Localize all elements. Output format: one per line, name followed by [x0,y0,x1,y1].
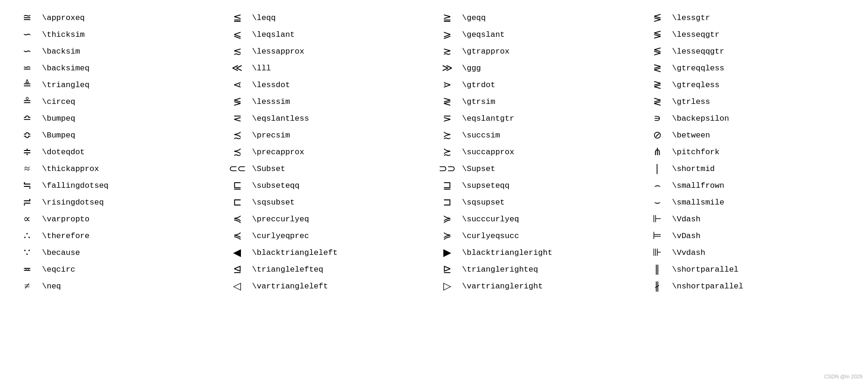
latex-command: \fallingdotseq [42,181,109,190]
latex-command: \succcurlyeq [462,215,519,224]
latex-command: \circeq [42,97,75,106]
math-symbol: ⊘ [648,129,667,141]
column-3: ≶\lessgtr≶\lesseqgtr≶\lesseqqgtr≷\gtreqq… [644,9,854,294]
math-symbol: ≫ [438,62,456,74]
latex-command: \gtrless [672,97,710,106]
latex-command: \eqslantgtr [462,114,514,123]
latex-command: \Subset [252,164,285,173]
latex-command: \gtrapprox [462,47,510,56]
latex-command: \backsimeq [42,64,90,73]
table-row: ∴\therefore [14,227,224,244]
math-symbol: ⋔ [648,146,667,158]
table-row: ≠\neq [14,278,224,294]
table-row: ≷\gtrless [644,93,854,110]
latex-command: \blacktriangleright [462,248,552,257]
latex-command: \leqslant [252,30,295,39]
latex-command: \smallfrown [672,181,724,190]
math-symbol: ⊂⊂ [228,163,247,175]
table-row: ⌣\smallsmile [644,194,854,211]
latex-command: \doteqdot [42,148,85,157]
table-row: ⋍\backsimeq [14,60,224,76]
latex-command: \therefore [42,232,90,240]
table-row: ∝\varpropto [14,211,224,227]
table-row: ▷\vartriangleright [434,278,644,294]
table-row: ⋝\eqslantgtr [434,110,644,127]
table-row: ≲\lessapprox [224,43,434,60]
math-symbol: ≑ [18,146,36,158]
math-symbol: ≷ [438,96,456,108]
math-symbol: ▷ [438,280,456,292]
table-row: ⩽\leqslant [224,26,434,43]
table-row: ≿\succapprox [434,144,644,160]
math-symbol: ≶ [648,12,667,24]
math-symbol: ⊪ [648,246,667,259]
latex-command: \vartriangleleft [252,282,328,291]
column-2: ≧\geqq⩾\geqslant≳\gtrapprox≫\ggg⋗\gtrdot… [434,9,644,294]
math-symbol: ≳ [438,45,456,57]
latex-command: \geqq [462,14,486,22]
latex-command: \lll [252,64,271,73]
table-row: ⊵\trianglerighteq [434,261,644,278]
latex-command: \precsim [252,131,290,140]
math-symbol: ⩾ [438,28,456,41]
table-row: ∣\shortmid [644,160,854,177]
math-symbol: ≶ [648,28,667,41]
math-symbol: ≲ [228,45,247,57]
math-symbol: ▶ [438,246,456,259]
math-symbol: ≎ [18,129,36,141]
latex-command: \preccurlyeq [252,215,309,224]
latex-command: \shortmid [672,164,715,173]
math-symbol: ≽ [438,230,456,242]
math-symbol: ≦ [228,12,247,24]
table-row: ⋖\lessdot [224,76,434,93]
latex-command: \lesseqqgtr [672,47,724,56]
latex-command: \backepsilon [672,114,729,123]
table-row: ≏\bumpeq [14,110,224,127]
latex-command: \lessgtr [672,14,710,22]
latex-command: \vDash [672,232,701,240]
latex-command: \lesssim [252,97,290,106]
math-symbol: ≷ [648,62,667,74]
math-symbol: ◀ [228,246,247,259]
math-symbol: ≶ [228,96,247,108]
table-row: ⊑\subseteqq [224,177,434,194]
math-symbol: ∵ [18,246,36,259]
latex-command: \curlyeqsucc [462,232,519,240]
math-symbol: ⊒ [438,179,456,192]
latex-command: \sqsubset [252,198,295,207]
table-row: ≷\gtreqqless [644,60,854,76]
table-row: ⋜\eqslantless [224,110,434,127]
math-symbol: ⋖ [228,79,247,91]
latex-command: \approxeq [42,14,85,22]
latex-command: \risingdotseq [42,198,104,207]
latex-command: \Vvdash [672,248,705,257]
latex-command: \gtrsim [462,97,495,106]
math-symbol: ◁ [228,280,247,292]
math-symbol: ⊏ [228,196,247,208]
table-row: ≖\eqcirc [14,261,224,278]
table-row: ≼\curlyeqprec [224,227,434,244]
math-symbol: ≿ [438,146,456,158]
math-symbol: ≏ [18,112,36,124]
table-row: ≶\lesssim [224,93,434,110]
table-row: ≪\lll [224,60,434,76]
math-symbol: ≽ [438,213,456,225]
table-row: ≶\lesseqgtr [644,26,854,43]
table-row: ≳\gtrapprox [434,43,644,60]
table-row: ≦\leqq [224,9,434,26]
math-symbol: ⊐ [438,196,456,208]
math-symbol: ∽ [18,45,36,57]
latex-command: \trianglerighteq [462,265,538,274]
table-row: ≓\risingdotseq [14,194,224,211]
table-row: ≶\lesseqqgtr [644,43,854,60]
latex-command: \gtrdot [462,81,495,89]
table-row: ≜\triangleq [14,76,224,93]
table-row: ≅\approxeq [14,9,224,26]
table-row: ⊩\Vdash [644,211,854,227]
table-row: ≑\doteqdot [14,144,224,160]
column-1: ≦\leqq⩽\leqslant≲\lessapprox≪\lll⋖\lessd… [224,9,434,294]
latex-command: \lesseqgtr [672,30,720,39]
table-row: ⊪\Vvdash [644,244,854,261]
table-row: ⊏\sqsubset [224,194,434,211]
table-row: ∥\shortparallel [644,261,854,278]
